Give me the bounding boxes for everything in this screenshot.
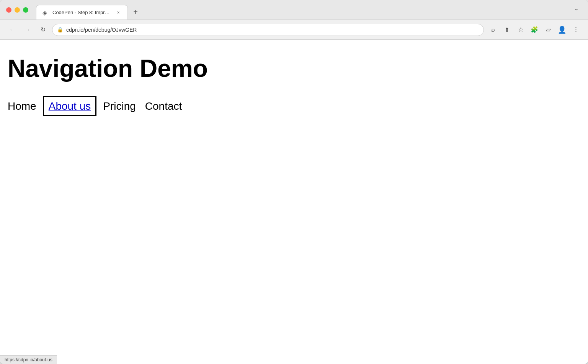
sidebar-button[interactable]: ▱ (542, 24, 554, 36)
nav-link-home[interactable]: Home (8, 100, 36, 112)
back-button[interactable]: ← (6, 24, 18, 36)
more-icon: ⋮ (573, 26, 579, 34)
forward-button[interactable]: → (21, 24, 34, 36)
active-tab[interactable]: ◈ CodePen - Step 8: Improve foc × (36, 5, 128, 20)
status-bar: https://cdpn.io/about-us (0, 355, 57, 364)
lock-icon: 🔒 (57, 27, 63, 32)
maximize-button[interactable] (23, 7, 28, 13)
address-bar[interactable]: 🔒 cdpn.io/pen/debug/OJvwGER (52, 24, 484, 36)
nav-link-about[interactable]: About us (46, 99, 94, 114)
page-title: Navigation Demo (8, 55, 580, 82)
traffic-lights (6, 7, 28, 13)
bookmark-icon: ☆ (518, 26, 524, 34)
reload-button[interactable]: ↻ (37, 24, 49, 36)
extensions-button[interactable]: 🧩 (528, 24, 541, 36)
tab-chevron-icon[interactable]: ⌄ (571, 3, 582, 13)
page-content: Navigation Demo Home About us Pricing Co… (0, 40, 588, 364)
nav-item-home: Home (8, 100, 36, 112)
forward-icon: → (24, 26, 31, 33)
search-icon: ⌕ (491, 26, 495, 34)
share-icon: ⬆ (505, 26, 510, 33)
toolbar-icons: ⌕ ⬆ ☆ 🧩 ▱ 👤 ⋮ (487, 24, 582, 36)
new-tab-button[interactable]: + (129, 6, 142, 18)
tab-title: CodePen - Step 8: Improve foc (52, 10, 112, 15)
main-nav: Home About us Pricing Contact (8, 100, 580, 112)
tab-bar: ◈ CodePen - Step 8: Improve foc × + (33, 0, 566, 20)
browser-window: ◈ CodePen - Step 8: Improve foc × + ⌄ ← … (0, 0, 588, 364)
profile-icon: 👤 (558, 26, 566, 34)
codepen-icon: ◈ (42, 9, 49, 16)
minimize-button[interactable] (15, 7, 20, 13)
nav-item-contact: Contact (145, 100, 182, 112)
nav-item-about: About us (46, 100, 94, 112)
search-button[interactable]: ⌕ (487, 24, 499, 36)
title-bar: ◈ CodePen - Step 8: Improve foc × + ⌄ (0, 0, 588, 20)
back-icon: ← (9, 26, 15, 33)
reload-icon: ↻ (41, 26, 46, 33)
status-url: https://cdpn.io/about-us (5, 357, 52, 362)
tab-close-button[interactable]: × (115, 10, 121, 16)
extensions-icon: 🧩 (531, 26, 538, 33)
more-button[interactable]: ⋮ (570, 24, 582, 36)
nav-link-pricing[interactable]: Pricing (103, 100, 136, 112)
sidebar-icon: ▱ (546, 26, 551, 34)
address-text: cdpn.io/pen/debug/OJvwGER (66, 27, 479, 33)
close-button[interactable] (6, 7, 11, 13)
nav-item-pricing: Pricing (103, 100, 136, 112)
tab-bar-end: ⌄ (571, 3, 582, 16)
nav-link-contact[interactable]: Contact (145, 100, 182, 112)
bookmark-button[interactable]: ☆ (514, 24, 527, 36)
nav-list: Home About us Pricing Contact (8, 100, 580, 112)
toolbar: ← → ↻ 🔒 cdpn.io/pen/debug/OJvwGER ⌕ ⬆ ☆ … (0, 20, 588, 40)
profile-button[interactable]: 👤 (556, 24, 568, 36)
share-button[interactable]: ⬆ (501, 24, 513, 36)
